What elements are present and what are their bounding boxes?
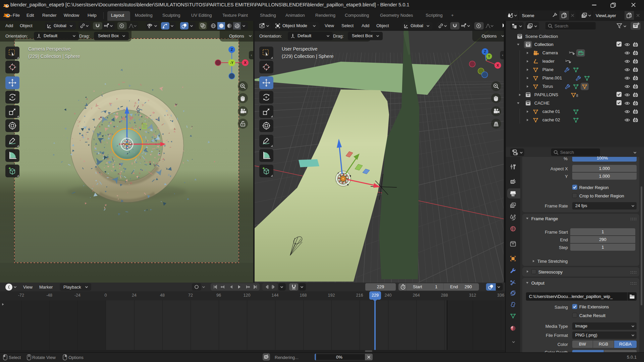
- svg-text:Z: Z: [231, 48, 233, 52]
- svg-text:X: X: [244, 61, 247, 65]
- svg-text:Y: Y: [488, 55, 490, 58]
- svg-text:Z: Z: [484, 50, 486, 54]
- svg-text:-Y: -Y: [230, 61, 233, 65]
- svg-text:X: X: [496, 63, 499, 67]
